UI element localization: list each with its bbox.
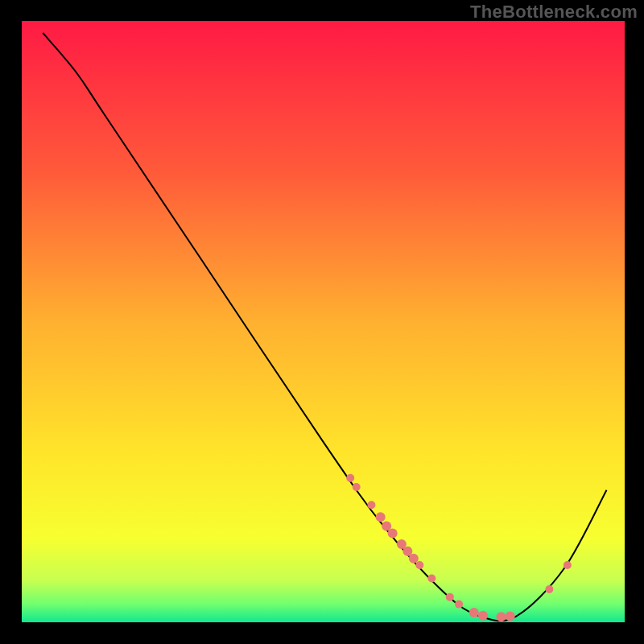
data-point xyxy=(478,611,488,621)
data-point xyxy=(427,574,436,582)
data-point xyxy=(388,528,398,538)
data-point xyxy=(353,483,361,491)
data-point xyxy=(446,593,454,601)
data-point xyxy=(506,612,515,621)
data-point xyxy=(455,601,463,609)
data-point xyxy=(415,561,423,569)
chart-container: TheBottleneck.com xyxy=(0,0,644,644)
watermark-label: TheBottleneck.com xyxy=(470,2,638,23)
bottleneck-chart xyxy=(0,0,644,644)
data-point xyxy=(564,561,572,569)
plot-background xyxy=(22,21,625,622)
data-point xyxy=(346,474,354,482)
data-point xyxy=(409,554,419,564)
data-point xyxy=(367,501,375,509)
data-point xyxy=(496,612,506,621)
data-point xyxy=(469,608,479,617)
data-point xyxy=(545,585,553,593)
data-point xyxy=(376,512,386,522)
